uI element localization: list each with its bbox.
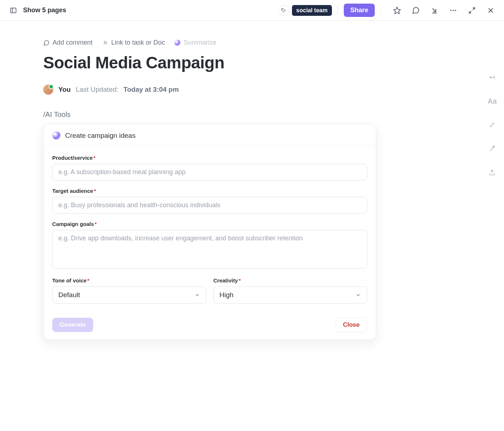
ai-icon — [174, 40, 181, 46]
svg-point-6 — [453, 10, 454, 11]
more-icon[interactable] — [447, 4, 459, 17]
svg-marker-3 — [394, 7, 400, 13]
product-label: Product/service* — [52, 155, 367, 161]
tone-field-group: Tone of voice* Default — [52, 277, 206, 304]
summarize-action[interactable]: Summarize — [174, 39, 216, 46]
upload-icon[interactable] — [487, 167, 498, 178]
goals-field-group: Campaign goals* — [52, 221, 367, 270]
avatar[interactable] — [43, 85, 53, 95]
ai-panel: Create campaign ideas Product/service* T… — [43, 124, 376, 340]
show-pages-link[interactable]: Show 5 pages — [23, 6, 66, 14]
comment-icon[interactable] — [410, 4, 422, 17]
creativity-field-group: Creativity* High — [213, 277, 368, 304]
last-updated-label: Last Updated: — [76, 86, 118, 94]
separator — [338, 5, 338, 15]
link-task-label: Link to task or Doc — [111, 39, 165, 46]
last-updated-value: Today at 3:04 pm — [123, 86, 179, 94]
topbar-left: Show 5 pages — [7, 4, 66, 17]
chevron-down-icon — [194, 292, 200, 298]
creativity-select[interactable]: High — [213, 286, 368, 304]
tone-select[interactable]: Default — [52, 286, 206, 304]
link-icon — [102, 40, 108, 46]
topbar-right: social team Share — [278, 4, 497, 17]
ai-panel-footer: Generate Close — [52, 317, 367, 332]
ai-panel-title: Create campaign ideas — [65, 132, 135, 140]
link-task-action[interactable]: Link to task or Doc — [102, 39, 165, 46]
ai-panel-header: Create campaign ideas — [44, 124, 376, 146]
tone-creativity-row: Tone of voice* Default Creativity* High — [52, 277, 367, 311]
goals-input[interactable] — [52, 230, 367, 269]
wand-icon[interactable] — [487, 143, 498, 154]
comment-icon — [43, 40, 50, 46]
download-icon[interactable] — [428, 4, 441, 17]
generate-button[interactable]: Generate — [52, 318, 93, 332]
tag-icon[interactable] — [278, 5, 289, 16]
creativity-value: High — [220, 291, 234, 299]
add-comment-action[interactable]: Add comment — [43, 39, 93, 46]
toolbar-icons — [391, 4, 497, 17]
audience-input[interactable] — [52, 197, 367, 214]
svg-point-5 — [450, 10, 452, 11]
swap-icon[interactable] — [487, 119, 498, 130]
meta-row: You Last Updated: Today at 3:04 pm — [43, 85, 425, 95]
svg-point-7 — [455, 10, 456, 11]
star-icon[interactable] — [391, 4, 403, 17]
close-button[interactable]: Close — [336, 317, 367, 332]
audience-field-group: Target audience* — [52, 188, 367, 214]
svg-point-2 — [282, 9, 283, 10]
share-button[interactable]: Share — [344, 4, 375, 17]
tone-label: Tone of voice* — [52, 277, 206, 283]
tone-value: Default — [58, 291, 80, 299]
svg-rect-0 — [11, 8, 16, 13]
chevron-down-icon — [355, 292, 361, 298]
slash-command-text: /AI Tools — [43, 110, 425, 119]
page-body: Add comment Link to task or Doc Summariz… — [0, 21, 425, 340]
topbar: Show 5 pages social team Share — [0, 0, 504, 21]
product-field-group: Product/service* — [52, 155, 367, 181]
author-you: You — [58, 86, 71, 94]
creativity-label: Creativity* — [213, 277, 368, 283]
summarize-label: Summarize — [184, 39, 216, 46]
panel-icon[interactable] — [7, 4, 19, 17]
doc-actions: Add comment Link to task or Doc Summariz… — [43, 39, 425, 46]
separator — [381, 5, 381, 15]
product-input[interactable] — [52, 164, 367, 181]
expand-icon[interactable] — [466, 4, 478, 17]
add-comment-label: Add comment — [53, 39, 93, 46]
ai-icon — [52, 131, 61, 140]
ai-panel-body: Product/service* Target audience* Campai… — [44, 146, 376, 340]
goals-label: Campaign goals* — [52, 221, 367, 227]
page-title: Social Media Campaign — [43, 53, 425, 72]
typography-icon[interactable]: Aa — [487, 96, 498, 106]
close-icon[interactable] — [485, 4, 497, 17]
team-badge[interactable]: social team — [292, 5, 332, 16]
indent-icon[interactable] — [487, 72, 498, 83]
audience-label: Target audience* — [52, 188, 367, 194]
right-rail: Aa — [487, 72, 498, 178]
